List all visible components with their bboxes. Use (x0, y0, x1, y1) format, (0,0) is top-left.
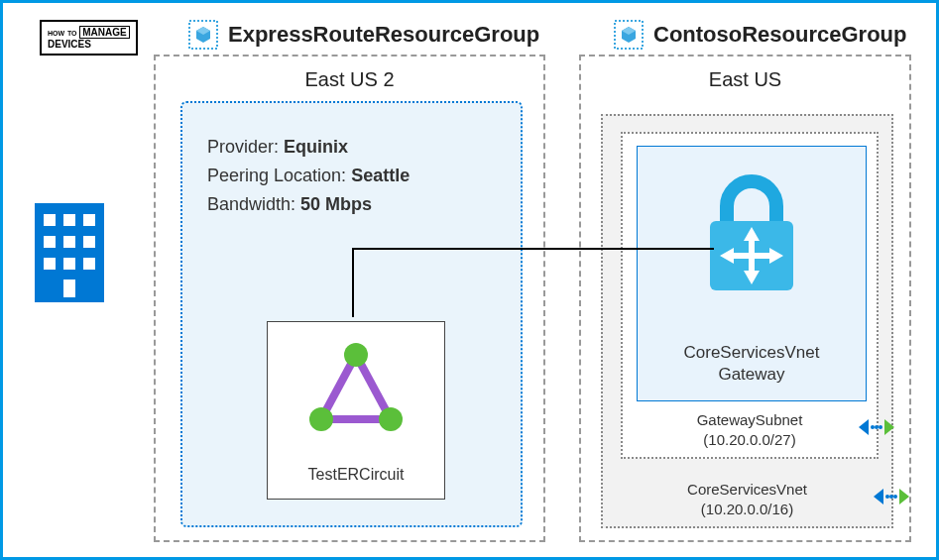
bandwidth-value: 50 Mbps (300, 194, 372, 214)
left-region-label: East US 2 (304, 68, 394, 91)
svg-point-34 (879, 425, 882, 429)
svg-rect-6 (83, 236, 95, 248)
vnet-peering-icon (859, 417, 894, 437)
left-rg-header: ExpressRouteResourceGroup (188, 20, 539, 50)
conn-line-vertical (352, 250, 354, 317)
bandwidth-label: Bandwidth: (207, 194, 295, 214)
expressroute-icon (301, 340, 411, 439)
svg-marker-36 (899, 489, 909, 504)
svg-rect-9 (83, 258, 95, 270)
svg-point-38 (889, 495, 893, 499)
svg-point-39 (893, 495, 897, 499)
right-rg-title: ContosoResourceGroup (653, 22, 906, 48)
subnet-box: CoreServicesVnet Gateway GatewaySubnet (… (621, 132, 879, 459)
right-region-label: East US (709, 68, 781, 91)
circuit-name-label: TestERCircuit (308, 466, 405, 484)
building-icon (30, 198, 109, 307)
right-rg-header: ContosoResourceGroup (614, 20, 906, 50)
resource-group-icon (614, 20, 644, 50)
svg-rect-1 (44, 214, 56, 226)
logo-to: TO (67, 30, 77, 37)
brand-logo: HOW TO MANAGE DEVICES (40, 20, 138, 56)
vnet-cidr: (10.20.0.0/16) (701, 501, 793, 517)
conn-line-horizontal (352, 248, 714, 250)
provider-label: Provider: (207, 137, 279, 157)
svg-rect-8 (63, 258, 75, 270)
left-resource-group: East US 2 Provider: Equinix Peering Loca… (154, 55, 545, 542)
vnet-name: CoreServicesVnet (687, 481, 807, 498)
svg-marker-30 (859, 419, 869, 435)
logo-devices: DEVICES (48, 39, 91, 50)
gateway-name-line2: Gateway (718, 365, 784, 384)
svg-point-37 (885, 495, 889, 499)
left-rg-title: ExpressRouteResourceGroup (228, 22, 539, 48)
subnet-cidr: (10.20.0.0/27) (703, 431, 795, 448)
svg-point-21 (309, 407, 333, 431)
svg-rect-29 (732, 253, 771, 259)
expressroute-circuit: TestERCircuit (267, 321, 445, 500)
subnet-name: GatewaySubnet (697, 411, 803, 428)
vpn-gateway-icon (692, 171, 811, 300)
subnet-label-group: GatewaySubnet (10.20.0.0/27) (697, 410, 803, 449)
circuit-properties: Provider: Equinix Peering Location: Seat… (207, 133, 410, 218)
svg-rect-4 (44, 236, 56, 248)
vnet-box: CoreServicesVnet Gateway GatewaySubnet (… (601, 114, 893, 528)
svg-marker-31 (884, 419, 894, 435)
provider-value: Equinix (284, 137, 348, 157)
svg-rect-3 (83, 214, 95, 226)
gateway-name-line1: CoreServicesVnet (683, 343, 819, 362)
gateway-name-label: CoreServicesVnet Gateway (683, 342, 819, 386)
peering-label: Peering Location: (207, 166, 346, 185)
svg-marker-35 (874, 489, 883, 504)
vnet-label-group: CoreServicesVnet (10.20.0.0/16) (687, 480, 807, 518)
logo-how: HOW (48, 30, 64, 37)
vnet-peering-icon (874, 487, 909, 506)
gateway-box: CoreServicesVnet Gateway (637, 146, 867, 401)
svg-rect-10 (63, 280, 75, 297)
right-resource-group: East US CoreServicesVnet Gateway (579, 55, 911, 542)
svg-point-32 (871, 425, 875, 429)
resource-group-icon (188, 20, 218, 50)
svg-point-33 (875, 425, 879, 429)
svg-point-22 (379, 407, 403, 431)
peering-value: Seattle (351, 166, 410, 185)
logo-manage: MANAGE (79, 26, 129, 39)
svg-point-20 (344, 343, 368, 367)
svg-rect-5 (63, 236, 75, 248)
svg-rect-7 (44, 258, 56, 270)
svg-rect-2 (63, 214, 75, 226)
